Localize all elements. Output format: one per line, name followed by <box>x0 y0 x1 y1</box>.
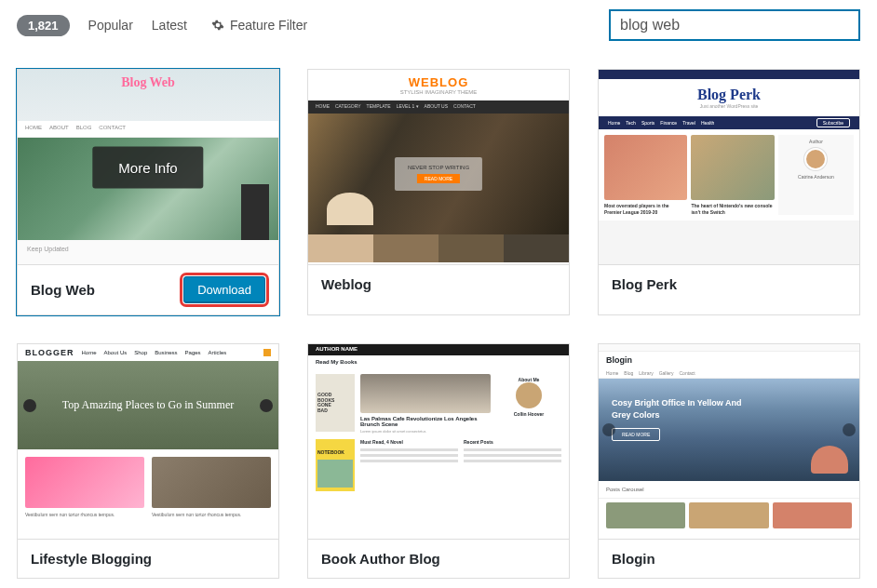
theme-thumbnail: Blog PerkJust another WordPress site Hom… <box>599 70 859 265</box>
filter-bar: 1,821 Popular Latest Feature Filter <box>17 9 860 41</box>
download-button[interactable]: Download <box>183 276 265 303</box>
theme-title: Blog Perk <box>612 276 677 292</box>
gear-icon <box>211 19 224 32</box>
thumb-sub: STYLISH IMAGINARY THEME <box>308 89 569 95</box>
theme-title: Blogin <box>612 551 655 567</box>
thumb-author: AUTHOR NAME <box>308 344 569 355</box>
thumb-sub: Just another WordPress site <box>599 103 859 109</box>
theme-title: Book Author Blog <box>321 551 440 567</box>
thumb-hero: Top Amazing Places to Go in Summer <box>62 398 234 413</box>
theme-card-blogin[interactable]: Blogin HomeBlogLibraryGalleryContact Cos… <box>598 343 860 579</box>
theme-thumbnail: AUTHOR NAME Read My Books GOODBOOKSGONEB… <box>308 344 569 540</box>
theme-card-blog-perk[interactable]: Blog PerkJust another WordPress site Hom… <box>598 69 860 315</box>
filter-latest[interactable]: Latest <box>152 18 187 33</box>
theme-thumbnail: WEBLOGSTYLISH IMAGINARY THEME HOMECATEGO… <box>308 70 569 265</box>
more-info-overlay[interactable]: More Info <box>92 146 203 188</box>
theme-thumbnail: BLOGGERHomeAbout UsShopBusinessPagesArti… <box>18 344 278 540</box>
search-input[interactable] <box>609 9 860 41</box>
theme-title: Weblog <box>321 276 371 292</box>
thumb-logo: BLOGGER <box>25 348 74 357</box>
theme-thumbnail: Blogin HomeBlogLibraryGalleryContact Cos… <box>599 344 859 540</box>
thumb-footer: Keep Updated <box>18 240 278 265</box>
theme-thumbnail: Blog Web HOMEABOUTBLOGCONTACT Keep Updat… <box>18 70 278 265</box>
theme-card-book-author-blog[interactable]: AUTHOR NAME Read My Books GOODBOOKSGONEB… <box>307 343 570 579</box>
feature-filter-button[interactable]: Feature Filter <box>211 18 307 33</box>
thumb-brand: WEBLOG <box>308 75 569 89</box>
feature-filter-label: Feature Filter <box>230 18 307 33</box>
theme-card-lifestyle-blogging[interactable]: BLOGGERHomeAbout UsShopBusinessPagesArti… <box>17 343 279 579</box>
theme-card-weblog[interactable]: WEBLOGSTYLISH IMAGINARY THEME HOMECATEGO… <box>307 69 570 315</box>
thumb-brand: Blog Perk <box>599 87 859 103</box>
theme-title: Blog Web <box>31 282 95 298</box>
thumb-logo: Blog Web <box>121 75 175 90</box>
theme-title: Lifestyle Blogging <box>31 551 152 567</box>
theme-grid: Blog Web HOMEABOUTBLOGCONTACT Keep Updat… <box>17 69 860 579</box>
thumb-hero: Cosy Bright Office In Yellow And Grey Co… <box>612 397 752 421</box>
theme-card-blog-web[interactable]: Blog Web HOMEABOUTBLOGCONTACT Keep Updat… <box>17 69 279 315</box>
thumb-badge: NEVER STOP WRITING <box>408 165 469 170</box>
theme-count-pill: 1,821 <box>17 15 70 36</box>
filter-popular[interactable]: Popular <box>88 18 133 33</box>
thumb-brand: Blogin <box>599 352 859 368</box>
